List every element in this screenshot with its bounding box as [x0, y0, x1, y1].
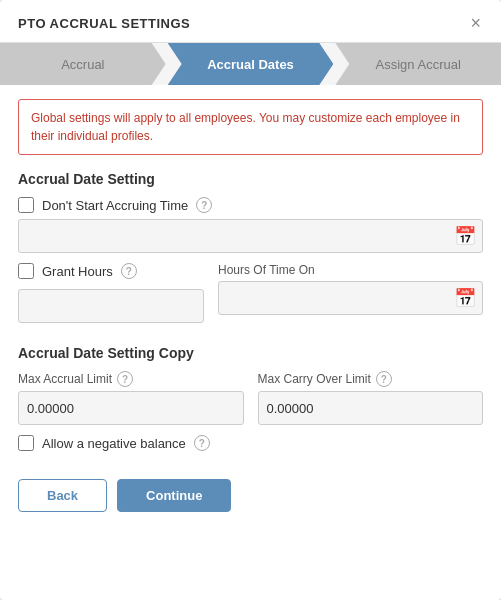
hours-of-time-on-right: Hours Of Time On 📅: [218, 263, 483, 315]
step-assign-accrual[interactable]: Assign Accrual: [335, 43, 501, 85]
grant-hours-checkbox-row: Grant Hours ?: [18, 263, 204, 279]
global-settings-alert: Global settings will apply to all employ…: [18, 99, 483, 155]
hours-of-time-on-input[interactable]: 📅: [218, 281, 483, 315]
calendar-icon-hours-of-time-on: 📅: [454, 287, 476, 309]
grant-hours-input[interactable]: [18, 289, 204, 323]
dont-start-accruing-label: Don't Start Accruing Time: [42, 198, 188, 213]
footer-buttons: Back Continue: [18, 475, 483, 512]
continue-button[interactable]: Continue: [117, 479, 231, 512]
dont-start-accruing-row: Don't Start Accruing Time ?: [18, 197, 483, 213]
pto-accrual-settings-modal: PTO ACCRUAL SETTINGS × Accrual Accrual D…: [0, 0, 501, 600]
accrual-date-setting-title: Accrual Date Setting: [18, 171, 483, 187]
max-accrual-col: Max Accrual Limit ?: [18, 371, 244, 425]
max-carry-over-help-icon: ?: [376, 371, 392, 387]
grant-hours-row: Grant Hours ? Hours Of Time On 📅: [18, 263, 483, 323]
modal-content: Global settings will apply to all employ…: [0, 85, 501, 600]
hours-of-time-on-label: Hours Of Time On: [218, 263, 483, 277]
dont-start-date-input[interactable]: 📅: [18, 219, 483, 253]
step-accrual[interactable]: Accrual: [0, 43, 166, 85]
allow-negative-help-icon: ?: [194, 435, 210, 451]
max-accrual-label: Max Accrual Limit ?: [18, 371, 244, 387]
dont-start-date-text-input[interactable]: [25, 229, 450, 244]
close-button[interactable]: ×: [468, 14, 483, 32]
modal-header: PTO ACCRUAL SETTINGS ×: [0, 0, 501, 43]
modal-title: PTO ACCRUAL SETTINGS: [18, 16, 190, 31]
dont-start-help-icon: ?: [196, 197, 212, 213]
max-carry-over-col: Max Carry Over Limit ?: [258, 371, 484, 425]
allow-negative-balance-checkbox[interactable]: [18, 435, 34, 451]
calendar-icon-dont-start: 📅: [454, 225, 476, 247]
step-accrual-dates[interactable]: Accrual Dates: [168, 43, 334, 85]
max-accrual-help-icon: ?: [117, 371, 133, 387]
allow-negative-balance-label: Allow a negative balance: [42, 436, 186, 451]
dont-start-accruing-checkbox[interactable]: [18, 197, 34, 213]
stepper: Accrual Accrual Dates Assign Accrual: [0, 43, 501, 85]
max-carry-over-input[interactable]: [258, 391, 484, 425]
max-limits-row: Max Accrual Limit ? Max Carry Over Limit…: [18, 371, 483, 425]
grant-hours-label: Grant Hours: [42, 264, 113, 279]
back-button[interactable]: Back: [18, 479, 107, 512]
max-accrual-input[interactable]: [18, 391, 244, 425]
grant-hours-left: Grant Hours ?: [18, 263, 204, 323]
hours-of-time-on-text-input[interactable]: [225, 291, 450, 306]
max-carry-over-label: Max Carry Over Limit ?: [258, 371, 484, 387]
dont-start-date-field-container: 📅: [18, 219, 483, 253]
accrual-date-setting-copy-title: Accrual Date Setting Copy: [18, 345, 483, 361]
allow-negative-balance-row: Allow a negative balance ?: [18, 435, 483, 451]
grant-hours-checkbox[interactable]: [18, 263, 34, 279]
grant-hours-help-icon: ?: [121, 263, 137, 279]
accrual-date-setting-copy-section: Accrual Date Setting Copy Max Accrual Li…: [18, 343, 483, 457]
